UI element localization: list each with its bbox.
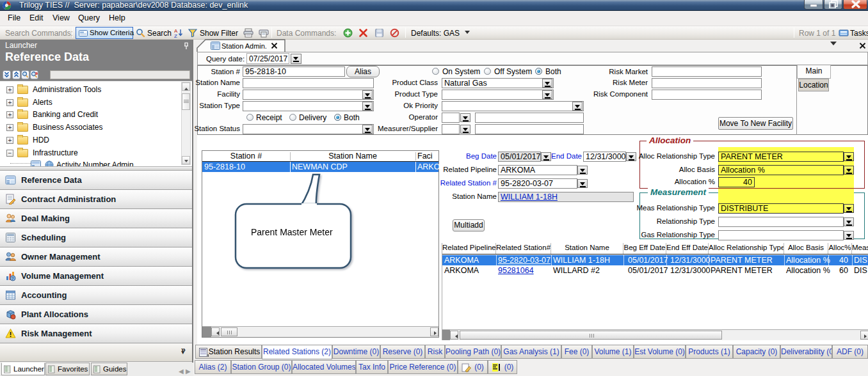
svg-text:Z: Z (174, 33, 177, 38)
svg-text:?: ? (12, 276, 14, 281)
svg-text:Parent Master Meter: Parent Master Meter (251, 227, 333, 237)
